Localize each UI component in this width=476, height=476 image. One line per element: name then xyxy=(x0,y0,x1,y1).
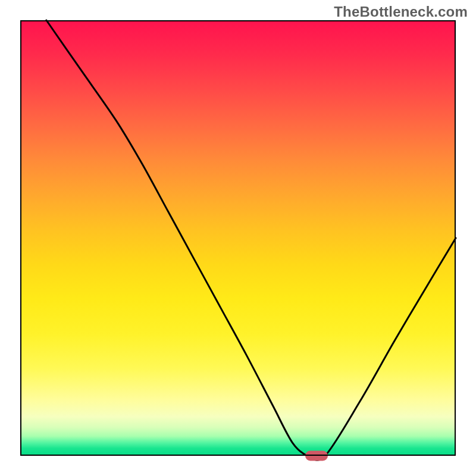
optimal-marker xyxy=(305,451,328,461)
plot-area xyxy=(20,20,456,456)
curve-svg xyxy=(20,20,456,456)
watermark-text: TheBottleneck.com xyxy=(334,4,468,20)
chart-canvas: TheBottleneck.com xyxy=(0,0,476,476)
bottleneck-curve-path xyxy=(46,20,456,460)
